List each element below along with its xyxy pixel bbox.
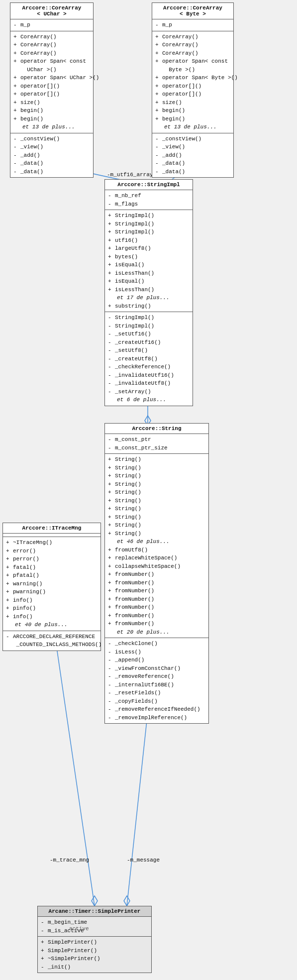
stringimpl-private: -StringImpl() -StringImpl() -_setUtf16()… bbox=[105, 312, 193, 406]
byte-priv-1: -_constView() bbox=[155, 135, 230, 143]
uchar-pub-4: +operator Span< const UChar >() bbox=[13, 57, 90, 74]
si-pub-more: et 17 de plus... bbox=[108, 294, 190, 302]
sp-attr-2: -m_is_active bbox=[41, 927, 148, 935]
byte-pub-4: +operator Span< const Byte >() bbox=[155, 57, 230, 74]
str-pub-19: +fromNumber() bbox=[108, 612, 205, 620]
str-pub-18: +fromNumber() bbox=[108, 603, 205, 612]
str-pub-3: +String() bbox=[108, 472, 205, 480]
stringimpl-box: Arccore::StringImpl -m_nb_ref -m_flags +… bbox=[104, 179, 193, 406]
itm-pub-1: +~ITraceMng() bbox=[6, 539, 98, 547]
si-pub-4: +utf16() bbox=[108, 236, 190, 245]
str-pub-11: +fromUtf8() bbox=[108, 546, 205, 554]
uchar-pub-5: +operator Span< UChar >() bbox=[13, 74, 90, 82]
sp-pub-1: +SimplePrinter() bbox=[41, 938, 148, 947]
itm-pub-6: +warning() bbox=[6, 580, 98, 588]
byte-pub-7: +operator[]() bbox=[155, 90, 230, 99]
str-pub-4: +String() bbox=[108, 480, 205, 489]
byte-pub-3: +CoreArray() bbox=[155, 49, 230, 58]
itracemng-title: Arccore::ITraceMng bbox=[3, 523, 100, 534]
svg-marker-8 bbox=[124, 896, 130, 906]
string-title: Arccore::String bbox=[105, 424, 208, 434]
uchar-priv-2: -_view() bbox=[13, 143, 90, 151]
byte-priv-4: -_data() bbox=[155, 159, 230, 168]
si-attr-2: -m_flags bbox=[108, 200, 190, 209]
itm-pub-5: +pfatal() bbox=[6, 571, 98, 580]
sp-attr-1: -m_begin_time bbox=[41, 918, 148, 927]
uchar-pub-10: +begin() bbox=[13, 115, 90, 123]
simpleprinter-attrs: -m_begin_time -m_is_active bbox=[38, 917, 151, 937]
itracemng-private: -ARCCORE_DECLARE_REFERENCE _COUNTED_INCL… bbox=[3, 631, 100, 651]
si-attr-1: -m_nb_ref bbox=[108, 192, 190, 200]
corearray-byte-attrs: -m_p bbox=[152, 19, 233, 31]
str-attr-2: -m_const_ptr_size bbox=[108, 444, 205, 452]
corearray-byte-box: Arccore::CoreArray< Byte > -m_p +CoreArr… bbox=[152, 2, 234, 178]
corearray-byte-title: Arccore::CoreArray< Byte > bbox=[152, 3, 233, 19]
m-utf16-array-label: -m_utf16_array bbox=[107, 172, 153, 178]
svg-line-6 bbox=[127, 712, 148, 906]
sp-pub-2: +SimplePrinter() bbox=[41, 947, 148, 955]
str-priv-9: -_removeReferenceIfNeeded() bbox=[108, 705, 205, 714]
stringimpl-title: Arccore::StringImpl bbox=[105, 180, 193, 190]
str-priv-7: -_resetFields() bbox=[108, 689, 205, 697]
uchar-pub-7: +operator[]() bbox=[13, 90, 90, 99]
corearray-byte-private: -_constView() -_view() -_add() -_data() … bbox=[152, 133, 233, 178]
str-priv-5: -_removeReference() bbox=[108, 672, 205, 681]
itracemng-empty bbox=[3, 534, 100, 537]
itracemng-box: Arccore::ITraceMng +~ITraceMng() +error(… bbox=[2, 523, 101, 651]
itm-priv-1: -ARCCORE_DECLARE_REFERENCE _COUNTED_INCL… bbox=[6, 633, 98, 649]
si-pub-sub: +substring() bbox=[108, 302, 190, 311]
str-priv-4: -_viewFromConstChar() bbox=[108, 664, 205, 673]
uchar-priv-4: -_data() bbox=[13, 159, 90, 168]
si-priv-1: -StringImpl() bbox=[108, 314, 190, 322]
uchar-attr-mp: -m_p bbox=[13, 21, 90, 29]
corearray-uchar-box: Arccore::CoreArray< UChar > -m_p +CoreAr… bbox=[10, 2, 94, 178]
byte-priv-3: -_add() bbox=[155, 151, 230, 160]
uchar-pub-6: +operator[]() bbox=[13, 82, 90, 91]
str-pub-14: +fromNumber() bbox=[108, 570, 205, 579]
sp-priv-1: -_init() bbox=[41, 963, 148, 972]
string-public: +String() +String() +String() +String() … bbox=[105, 454, 208, 638]
str-pub-more2: et 20 de plus... bbox=[108, 628, 205, 637]
si-pub-1: +StringImpl() bbox=[108, 212, 190, 220]
si-priv-3: -_setUtf16() bbox=[108, 330, 190, 338]
byte-pub-2: +CoreArray() bbox=[155, 41, 230, 49]
byte-attr-mp: -m_p bbox=[155, 21, 230, 29]
si-priv-8: -_invalidateUtf16() bbox=[108, 371, 190, 380]
uchar-pub-2: +CoreArray() bbox=[13, 41, 90, 49]
byte-priv-5: -_data() bbox=[155, 168, 230, 176]
svg-marker-7 bbox=[92, 896, 98, 906]
byte-pub-more: et 13 de plus... bbox=[155, 123, 230, 131]
str-pub-12: +replaceWhiteSpace() bbox=[108, 554, 205, 562]
str-pub-6: +String() bbox=[108, 497, 205, 505]
uchar-pub-1: +CoreArray() bbox=[13, 33, 90, 41]
str-priv-8: -_copyFields() bbox=[108, 697, 205, 706]
str-pub-20: +fromNumber() bbox=[108, 620, 205, 628]
str-priv-6: -_internalUtf16BE() bbox=[108, 681, 205, 689]
uchar-priv-5: -_data() bbox=[13, 168, 90, 176]
corearray-uchar-private: -_constView() -_view() -_add() -_data() … bbox=[10, 133, 93, 178]
uchar-pub-8: +size() bbox=[13, 99, 90, 107]
si-pub-10: +isLessThan() bbox=[108, 286, 190, 294]
str-pub-9: +String() bbox=[108, 521, 205, 530]
str-priv-1: -_checkClone() bbox=[108, 640, 205, 648]
si-priv-6: -_createUtf8() bbox=[108, 355, 190, 363]
diagram-container: -m_utf16_array -m_utf8_array -m_p -m_tra… bbox=[0, 0, 297, 980]
byte-pub-6: +operator[]() bbox=[155, 82, 230, 91]
stringimpl-attrs: -m_nb_ref -m_flags bbox=[105, 190, 193, 210]
str-pub-10: +String() bbox=[108, 530, 205, 538]
string-attrs: -m_const_ptr -m_const_ptr_size bbox=[105, 434, 208, 454]
str-pub-2: +String() bbox=[108, 464, 205, 472]
corearray-byte-public: +CoreArray() +CoreArray() +CoreArray() +… bbox=[152, 31, 233, 133]
si-priv-2: -StringImpl() bbox=[108, 322, 190, 330]
str-pub-5: +String() bbox=[108, 488, 205, 497]
m-message-label: -m_message bbox=[127, 857, 160, 863]
corearray-uchar-attrs: -m_p bbox=[10, 19, 93, 31]
uchar-pub-more: et 13 de plus... bbox=[13, 123, 90, 131]
byte-pub-1: +CoreArray() bbox=[155, 33, 230, 41]
active-label: active bbox=[69, 926, 89, 932]
str-priv-10: -_removeImplReference() bbox=[108, 714, 205, 722]
si-pub-3: +StringImpl() bbox=[108, 228, 190, 236]
itm-pub-more: et 40 de plus... bbox=[6, 621, 98, 629]
str-pub-16: +fromNumber() bbox=[108, 587, 205, 595]
uchar-pub-9: +begin() bbox=[13, 107, 90, 115]
